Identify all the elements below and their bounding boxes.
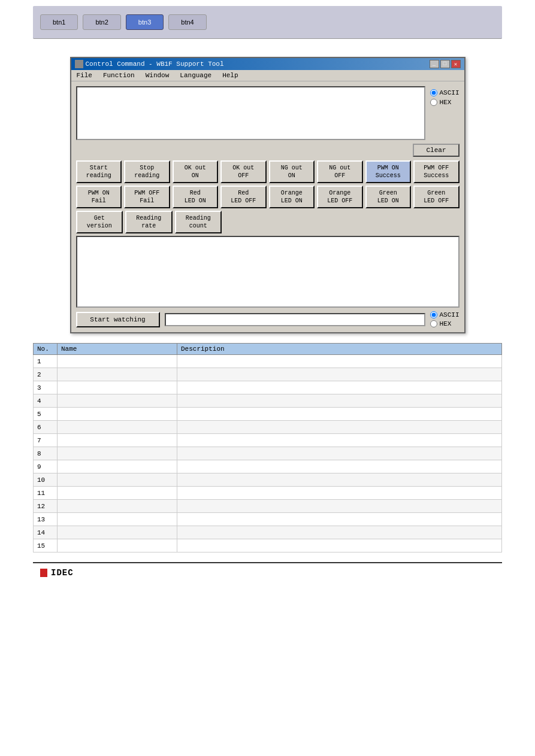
cell-no: 11 [34, 487, 58, 500]
menu-language[interactable]: Language [178, 71, 213, 80]
maximize-button[interactable]: □ [440, 60, 450, 68]
bottom-input[interactable] [165, 313, 426, 326]
orange-led-on-button[interactable]: OrangeLED ON [269, 186, 315, 208]
cell-no: 4 [34, 394, 58, 408]
hex-label-top: HEX [439, 99, 451, 106]
ok-out-on-button[interactable]: OK outON [173, 160, 219, 183]
spacer [224, 211, 460, 233]
cell-name [58, 381, 177, 394]
cell-name [58, 421, 177, 434]
pwm-off-success-button[interactable]: PWM OFFSuccess [413, 160, 460, 183]
cell-no: 1 [34, 355, 58, 368]
reading-rate-button[interactable]: Readingrate [125, 211, 173, 233]
ascii-label-top: ASCII [439, 89, 459, 96]
cell-no: 8 [34, 447, 58, 460]
hex-radio-bottom[interactable] [430, 320, 437, 327]
close-button[interactable]: ✕ [451, 60, 461, 68]
table-row: 6 [34, 421, 502, 434]
window-icon [75, 60, 83, 68]
cell-name [58, 434, 177, 447]
col-header-desc: Description [177, 344, 502, 355]
cell-name [58, 368, 177, 381]
pwm-on-fail-button[interactable]: PWM ONFail [76, 186, 122, 208]
stop-reading-button[interactable]: Stopreading [124, 160, 170, 183]
cell-no: 3 [34, 381, 58, 394]
top-radio-group: ASCII HEX [430, 86, 459, 140]
table-row: 13 [34, 513, 502, 526]
ascii-radio-top[interactable] [430, 89, 437, 96]
menu-help[interactable]: Help [220, 71, 240, 80]
cell-desc [177, 408, 502, 421]
clear-button[interactable]: Clear [413, 144, 459, 157]
minimize-button[interactable]: _ [430, 60, 439, 68]
table-row: 4 [34, 394, 502, 408]
cell-desc [177, 394, 502, 408]
footer-bar: IDEC [33, 562, 502, 582]
ok-out-off-button[interactable]: OK outOFF [220, 160, 267, 183]
col-header-no: No. [34, 344, 58, 355]
cell-name [58, 394, 177, 408]
ng-out-off-button[interactable]: NG outOFF [317, 160, 363, 183]
cell-desc [177, 447, 502, 460]
table-row: 8 [34, 447, 502, 460]
table-row: 12 [34, 500, 502, 513]
start-reading-button[interactable]: Startreading [76, 160, 122, 183]
red-led-on-button[interactable]: RedLED ON [173, 186, 219, 208]
cell-no: 10 [34, 473, 58, 487]
nav-btn-2[interactable]: btn2 [83, 14, 120, 30]
cell-desc [177, 421, 502, 434]
cell-desc [177, 460, 502, 473]
cell-desc [177, 355, 502, 368]
bottom-section: Start watching ASCII HEX [76, 311, 460, 327]
main-output-textarea[interactable] [76, 86, 426, 140]
data-table: No. Name Description 1234567891011121314… [33, 343, 502, 552]
ng-out-on-button[interactable]: NG outON [269, 160, 315, 183]
ascii-radio-bottom[interactable] [430, 311, 437, 318]
cell-name [58, 513, 177, 526]
get-version-button[interactable]: Getversion [76, 211, 123, 233]
menu-function[interactable]: Function [101, 71, 137, 80]
cell-no: 13 [34, 513, 58, 526]
hex-radio-top[interactable] [430, 99, 437, 106]
footer-logo-box [40, 569, 47, 577]
window-menubar: File Function Window Language Help [71, 70, 464, 81]
pwm-off-fail-button[interactable]: PWM OFFFail [124, 186, 170, 208]
cell-name [58, 487, 177, 500]
orange-led-off-button[interactable]: OrangeLED OFF [317, 186, 363, 208]
table-row: 10 [34, 473, 502, 487]
cell-desc [177, 368, 502, 381]
table-row: 3 [34, 381, 502, 394]
cell-no: 6 [34, 421, 58, 434]
cell-no: 5 [34, 408, 58, 421]
nav-btn-4[interactable]: btn4 [168, 14, 206, 30]
menu-window[interactable]: Window [144, 71, 171, 80]
footer-logo-text: IDEC [51, 568, 74, 578]
nav-btn-3[interactable]: btn3 [126, 14, 164, 30]
menu-file[interactable]: File [75, 71, 94, 80]
cell-no: 12 [34, 500, 58, 513]
red-led-off-button[interactable]: RedLED OFF [220, 186, 267, 208]
cell-name [58, 447, 177, 460]
cell-desc [177, 526, 502, 539]
start-watching-button[interactable]: Start watching [76, 312, 160, 327]
cell-name [58, 355, 177, 368]
window-titlebar: Control Command - WB1F Support Tool _ □ … [71, 58, 464, 70]
table-row: 1 [34, 355, 502, 368]
nav-btn-1[interactable]: btn1 [40, 14, 78, 30]
top-nav-bar: btn1 btn2 btn3 btn4 [33, 6, 502, 39]
green-led-on-button[interactable]: GreenLED ON [365, 186, 412, 208]
cell-desc [177, 513, 502, 526]
pwm-on-success-button[interactable]: PWM ONSuccess [365, 160, 412, 183]
green-led-off-button[interactable]: GreenLED OFF [413, 186, 460, 208]
button-row-3: Getversion Readingrate Readingcount [76, 211, 460, 233]
window-title: Control Command - WB1F Support Tool [86, 60, 224, 68]
table-row: 5 [34, 408, 502, 421]
titlebar-controls: _ □ ✕ [430, 60, 461, 68]
cell-desc [177, 381, 502, 394]
cell-no: 14 [34, 526, 58, 539]
table-row: 9 [34, 460, 502, 473]
cell-name [58, 460, 177, 473]
reading-count-button[interactable]: Readingcount [175, 211, 222, 233]
empty-display-area [76, 236, 460, 308]
table-row: 11 [34, 487, 502, 500]
